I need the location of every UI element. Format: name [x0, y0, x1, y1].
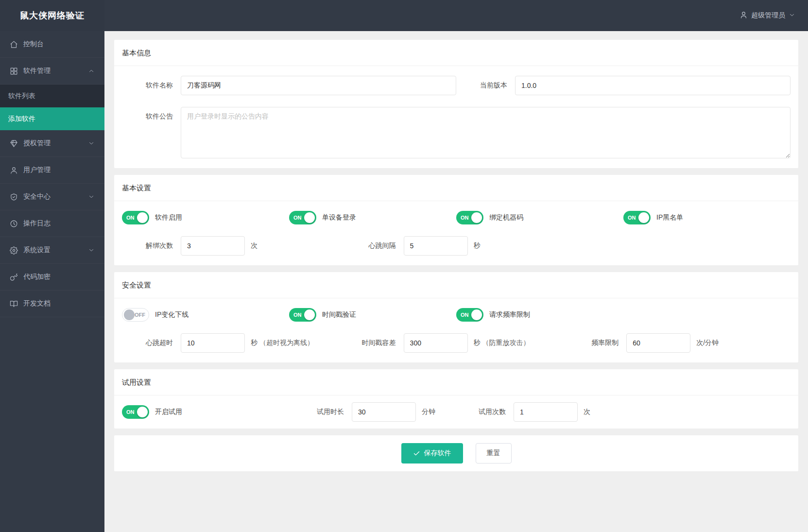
- toggle-state: ON: [126, 211, 135, 224]
- unbind-count-label: 解绑次数: [122, 241, 173, 250]
- rate-limit-label: 频率限制: [567, 339, 619, 347]
- toggle-state: ON: [126, 405, 135, 419]
- actions-card: 保存软件 重置: [114, 435, 798, 471]
- toggle-label: IP黑名单: [656, 213, 683, 222]
- toggle-label: 开启试用: [155, 408, 182, 416]
- reset-button[interactable]: 重置: [476, 443, 512, 463]
- sidebar-item-label: 代码加密: [23, 273, 51, 281]
- sidebar-item-label: 安全中心: [23, 192, 51, 201]
- toggle-knob: [124, 309, 135, 320]
- heartbeat-timeout-unit: 秒: [251, 339, 258, 347]
- trial-enable-toggle[interactable]: ON: [122, 405, 149, 419]
- clock-icon: [10, 220, 18, 228]
- toggle-label: IP变化下线: [155, 310, 189, 319]
- section-title-basic-info: 基本信息: [114, 40, 798, 66]
- ip-change-offline-toggle[interactable]: OFF: [122, 308, 149, 322]
- sidebar-item-dashboard[interactable]: 控制台: [0, 31, 104, 58]
- bind-machine-code-toggle[interactable]: ON: [456, 211, 483, 224]
- sidebar-item-system-settings[interactable]: 系统设置: [0, 237, 104, 264]
- announcement-textarea[interactable]: [181, 107, 791, 158]
- sidebar-item-software-mgmt[interactable]: 软件管理: [0, 58, 104, 85]
- toggle-knob: [471, 212, 482, 223]
- trial-duration-input[interactable]: [352, 402, 416, 422]
- diamond-icon: [10, 139, 18, 148]
- sidebar-subitem-add-software[interactable]: 添加软件: [0, 107, 104, 130]
- sidebar-item-dev-docs[interactable]: 开发文档: [0, 291, 104, 317]
- user-menu[interactable]: 超级管理员: [739, 0, 795, 31]
- heartbeat-timeout-hint: （超时视为离线）: [259, 339, 314, 347]
- rate-limit-unit: 次/分钟: [696, 339, 719, 347]
- toggle-knob: [137, 212, 148, 223]
- trial-duration-label: 试用时长: [293, 408, 344, 416]
- sidebar-item-security-center[interactable]: 安全中心: [0, 184, 104, 210]
- check-icon: [413, 450, 420, 457]
- top-header: 鼠大侠网络验证 超级管理员: [0, 0, 808, 31]
- rate-limit-toggle[interactable]: ON: [456, 308, 483, 322]
- security-settings-card: 安全设置 OFF IP变化下线 ON 时间戳验证: [114, 272, 798, 362]
- trial-duration-unit: 分钟: [422, 408, 435, 416]
- sidebar-item-license-mgmt[interactable]: 授权管理: [0, 130, 104, 157]
- unbind-count-input[interactable]: [181, 236, 245, 256]
- toggle-label: 绑定机器码: [489, 213, 523, 222]
- app-title: 鼠大侠网络验证: [0, 0, 104, 31]
- toggle-knob: [638, 212, 649, 223]
- software-enable-toggle[interactable]: ON: [122, 211, 149, 224]
- heartbeat-timeout-input[interactable]: [181, 333, 245, 353]
- toggle-state: ON: [293, 308, 302, 322]
- chevron-down-icon: [88, 193, 95, 200]
- heartbeat-interval-input[interactable]: [404, 236, 468, 256]
- sidebar-item-label: 系统设置: [23, 246, 51, 255]
- basic-info-card: 基本信息 软件名称 当前版本 软件公告: [114, 40, 798, 168]
- trial-count-label: 试用次数: [455, 408, 506, 416]
- chevron-down-icon: [88, 247, 95, 254]
- user-icon: [739, 11, 748, 20]
- timestamp-tolerance-hint: （防重放攻击）: [482, 339, 530, 347]
- key-icon: [10, 273, 18, 281]
- sidebar-subitem-software-list[interactable]: 软件列表: [0, 85, 104, 107]
- sidebar-item-label: 软件管理: [23, 67, 51, 75]
- save-button-label: 保存软件: [424, 449, 451, 458]
- single-device-toggle[interactable]: ON: [289, 211, 316, 224]
- trial-settings-card: 试用设置 ON 开启试用 试用时长 分钟 试用次数: [114, 369, 798, 429]
- sidebar: 控制台 软件管理 软件列表 添加软件 授权管理 用户管理: [0, 31, 104, 532]
- trial-count-unit: 次: [584, 408, 590, 416]
- ip-blacklist-toggle[interactable]: ON: [623, 211, 651, 224]
- toggle-state: ON: [628, 211, 636, 224]
- rate-limit-input[interactable]: [626, 333, 690, 353]
- software-name-label: 软件名称: [122, 81, 173, 90]
- timestamp-tolerance-input[interactable]: [404, 333, 468, 353]
- software-name-input[interactable]: [181, 76, 456, 95]
- user-name: 超级管理员: [751, 11, 785, 20]
- gear-icon: [10, 246, 18, 255]
- sidebar-item-user-mgmt[interactable]: 用户管理: [0, 157, 104, 184]
- toggle-state: ON: [293, 211, 302, 224]
- sidebar-item-label: 控制台: [23, 40, 44, 49]
- timestamp-verify-toggle[interactable]: ON: [289, 308, 316, 322]
- toggle-label: 软件启用: [155, 213, 182, 222]
- sidebar-item-code-encrypt[interactable]: 代码加密: [0, 264, 104, 291]
- chevron-down-icon: [88, 140, 95, 147]
- sidebar-item-label: 操作日志: [23, 219, 51, 228]
- section-title-security-settings: 安全设置: [114, 272, 798, 298]
- shield-icon: [10, 193, 18, 201]
- section-title-basic-settings: 基本设置: [114, 175, 798, 201]
- sidebar-item-operation-log[interactable]: 操作日志: [0, 210, 104, 237]
- sub-item-label: 添加软件: [8, 115, 35, 123]
- software-mgmt-submenu: 软件列表 添加软件: [0, 85, 104, 130]
- toggle-knob: [304, 212, 315, 223]
- chevron-down-icon: [789, 12, 795, 20]
- toggle-knob: [304, 309, 315, 320]
- announcement-label: 软件公告: [122, 107, 173, 121]
- heartbeat-interval-label: 心跳间隔: [345, 241, 396, 250]
- toggle-label: 时间戳验证: [322, 310, 356, 319]
- toggle-state: ON: [461, 211, 469, 224]
- trial-count-input[interactable]: [514, 402, 578, 422]
- toggle-label: 请求频率限制: [489, 310, 530, 319]
- toggle-knob: [137, 407, 148, 417]
- heartbeat-interval-unit: 秒: [474, 241, 481, 250]
- current-version-input[interactable]: [515, 76, 791, 95]
- save-software-button[interactable]: 保存软件: [401, 443, 463, 463]
- heartbeat-timeout-label: 心跳超时: [122, 339, 173, 347]
- toggle-state: OFF: [135, 309, 145, 321]
- sidebar-item-label: 用户管理: [23, 166, 51, 174]
